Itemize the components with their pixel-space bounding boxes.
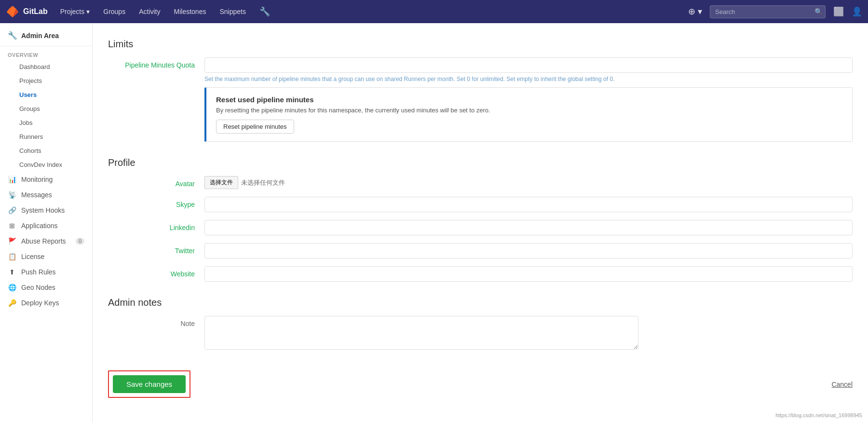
main-content: Limits Pipeline Minutes Quota Set the ma… [93, 23, 868, 422]
note-group: Note [108, 316, 853, 351]
sidebar-item-deploy-keys[interactable]: 🔑 Deploy Keys [0, 295, 92, 311]
twitter-group: Twitter [108, 243, 853, 259]
sidebar-item-monitoring[interactable]: 📊 Monitoring [0, 172, 92, 187]
skype-group: Skype [108, 197, 853, 212]
admin-notes-title: Admin notes [108, 293, 853, 308]
save-box: Save changes [108, 370, 190, 398]
sidebar-item-dashboard[interactable]: Dashboard [0, 60, 92, 74]
form-actions: Save changes Cancel [108, 363, 853, 398]
skype-label: Skype [108, 197, 204, 208]
skype-input[interactable] [204, 197, 853, 212]
avatar-label: Avatar [108, 176, 204, 188]
logo-text: GitLab [23, 7, 48, 16]
save-changes-button[interactable]: Save changes [113, 375, 186, 393]
geo-nodes-icon: 🌐 [8, 284, 16, 291]
profile-title: Profile [108, 153, 853, 168]
applications-icon: ⊞ [8, 222, 16, 230]
sidebar-item-cohorts[interactable]: Cohorts [0, 144, 92, 158]
reset-pipeline-minutes-button[interactable]: Reset pipeline minutes [216, 120, 294, 134]
sidebar-item-jobs[interactable]: Jobs [0, 116, 92, 130]
pipeline-minutes-label: Pipeline Minutes Quota [108, 57, 204, 69]
reset-box: Reset used pipeline minutes By resetting… [204, 87, 853, 142]
note-label: Note [108, 316, 204, 327]
screen-icon[interactable]: ⬜ [833, 6, 844, 17]
nav-groups[interactable]: Groups [98, 8, 130, 15]
website-group: Website [108, 266, 853, 282]
linkedin-group: Linkedin [108, 220, 853, 235]
avatar-group: Avatar 选择文件 未选择任何文件 [108, 176, 853, 189]
linkedin-input[interactable] [204, 220, 853, 235]
website-input[interactable] [204, 266, 853, 282]
admin-area-header: 🔧 Admin Area [0, 23, 92, 46]
nav-wrench[interactable]: 🔧 [255, 6, 275, 17]
messages-icon: 📡 [8, 191, 16, 199]
pipeline-minutes-group: Pipeline Minutes Quota Set the maximum n… [108, 57, 853, 142]
sidebar-item-abuse-reports[interactable]: 🚩 Abuse Reports 0 [0, 233, 92, 249]
push-rules-icon: ⬆ [8, 268, 16, 276]
website-label: Website [108, 266, 204, 278]
wrench-icon: 🔧 [8, 31, 17, 40]
plus-icon[interactable]: ⊕ ▾ [688, 6, 702, 17]
note-textarea[interactable] [204, 316, 638, 350]
license-icon: 📋 [8, 253, 16, 260]
linkedin-label: Linkedin [108, 220, 204, 231]
sidebar-item-license[interactable]: 📋 License [0, 249, 92, 264]
nav-activity[interactable]: Activity [134, 8, 165, 15]
overview-section-label: Overview [0, 46, 92, 60]
nav-milestones[interactable]: Milestones [169, 8, 211, 15]
search-input[interactable] [710, 5, 826, 18]
sidebar-item-applications[interactable]: ⊞ Applications [0, 218, 92, 233]
twitter-input[interactable] [204, 243, 853, 259]
reset-box-desc: By resetting the pipeline minutes for th… [216, 107, 842, 114]
nav-projects[interactable]: Projects ▾ [55, 8, 95, 15]
sidebar-item-runners[interactable]: Runners [0, 130, 92, 144]
sidebar: 🔧 Admin Area Overview Dashboard Projects… [0, 23, 93, 422]
gitlab-logo[interactable]: GitLab [6, 5, 48, 18]
sidebar-item-geo-nodes[interactable]: 🌐 Geo Nodes [0, 280, 92, 295]
nav-snippets[interactable]: Snippets [215, 8, 250, 15]
twitter-label: Twitter [108, 243, 204, 255]
limits-title: Limits [108, 35, 853, 50]
system-hooks-icon: 🔗 [8, 206, 16, 214]
reset-box-title: Reset used pipeline minutes [216, 95, 842, 104]
watermark: https://blog.csdn.net/sinat_16998945 [775, 412, 862, 418]
sidebar-item-users[interactable]: Users [0, 88, 92, 102]
sidebar-item-system-hooks[interactable]: 🔗 System Hooks [0, 203, 92, 218]
file-choose-button[interactable]: 选择文件 [204, 176, 238, 189]
file-no-file: 未选择任何文件 [241, 178, 285, 187]
sidebar-item-messages[interactable]: 📡 Messages [0, 187, 92, 203]
deploy-keys-icon: 🔑 [8, 299, 16, 307]
pipeline-minutes-help: Set the maximum number of pipeline minut… [204, 76, 853, 82]
sidebar-item-convdev-index[interactable]: ConvDev Index [0, 158, 92, 172]
sidebar-item-push-rules[interactable]: ⬆ Push Rules [0, 264, 92, 280]
user-icon[interactable]: 👤 [852, 6, 862, 17]
cancel-button[interactable]: Cancel [831, 381, 853, 388]
avatar-wrap: 选择文件 未选择任何文件 [204, 176, 853, 189]
monitoring-icon: 📊 [8, 176, 16, 183]
abuse-reports-badge: 0 [76, 238, 84, 245]
pipeline-minutes-wrap: Set the maximum number of pipeline minut… [204, 57, 853, 142]
search-icon-button[interactable]: 🔍 [814, 8, 823, 15]
sidebar-item-groups[interactable]: Groups [0, 102, 92, 116]
pipeline-minutes-input[interactable] [204, 57, 853, 73]
top-navigation: GitLab Projects ▾ Groups Activity Milest… [0, 0, 868, 23]
abuse-reports-icon: 🚩 [8, 237, 16, 245]
sidebar-item-projects[interactable]: Projects [0, 74, 92, 88]
